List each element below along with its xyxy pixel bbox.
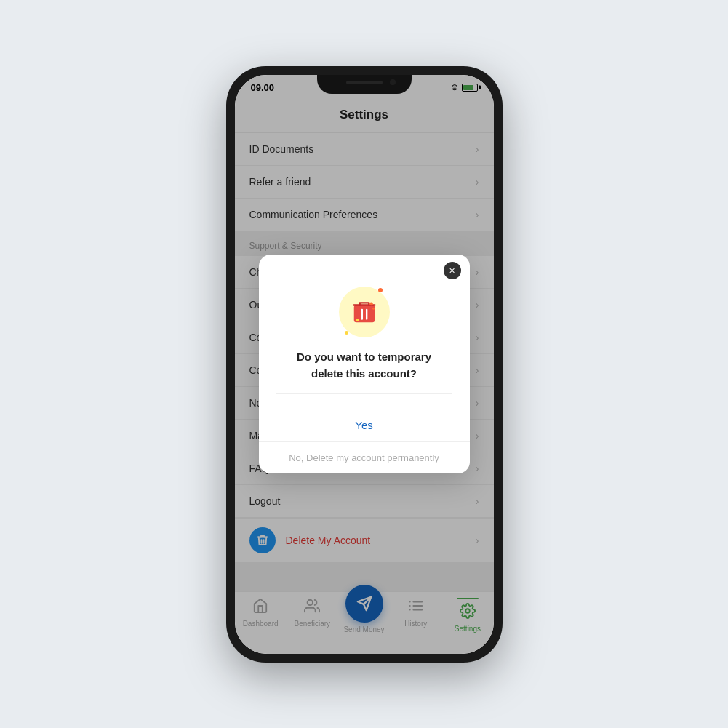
modal-card: ✕ [259,255,470,473]
yes-label: Yes [355,419,372,431]
trash-icon [351,298,378,326]
svg-point-14 [356,319,359,321]
modal-divider [276,393,452,394]
modal-action-no[interactable]: No, Delete my account permanently [259,442,470,473]
phone-screen: 09.00 ⊜ Settings ID Documents › [235,75,494,654]
modal-body: Do you want to temporarydelete this acco… [259,279,470,409]
svg-point-13 [369,303,373,306]
modal-close-row: ✕ [259,255,470,279]
modal-close-button[interactable]: ✕ [444,262,461,279]
modal-title: Do you want to temporarydelete this acco… [297,349,431,382]
svg-point-15 [372,308,375,310]
phone-device: 09.00 ⊜ Settings ID Documents › [226,66,503,663]
no-label: No, Delete my account permanently [289,452,439,463]
modal-action-yes[interactable]: Yes [259,409,470,442]
close-icon: ✕ [449,267,455,275]
modal-icon-wrapper [339,287,390,337]
modal-overlay: ✕ [235,75,494,654]
trash-icon-bg [339,287,390,337]
